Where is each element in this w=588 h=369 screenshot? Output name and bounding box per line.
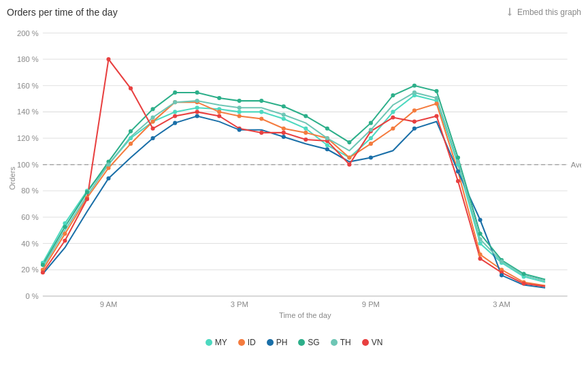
svg-point-82 (151, 107, 155, 111)
legend-dot-VN (362, 339, 369, 346)
legend-label-VN: VN (372, 338, 383, 347)
svg-point-77 (41, 263, 45, 267)
svg-point-125 (173, 121, 177, 125)
svg-text:120 %: 120 % (17, 134, 39, 142)
svg-text:80 %: 80 % (21, 187, 39, 195)
line-VN (43, 59, 545, 287)
svg-point-106 (173, 114, 177, 118)
svg-point-134 (500, 273, 504, 277)
svg-point-42 (282, 116, 286, 121)
svg-point-40 (238, 110, 242, 114)
svg-point-133 (478, 218, 482, 222)
svg-point-47 (391, 110, 395, 114)
svg-point-126 (195, 114, 199, 118)
legend-dot-ID (238, 339, 245, 346)
svg-text:100 %: 100 % (17, 161, 39, 169)
legend-item-PH: PH (267, 338, 288, 347)
svg-point-37 (173, 110, 177, 114)
svg-point-142 (369, 128, 373, 132)
svg-point-147 (500, 259, 504, 263)
svg-point-99 (522, 272, 526, 276)
svg-text:Orders: Orders (8, 167, 16, 191)
svg-point-43 (304, 127, 308, 131)
svg-text:200 %: 200 % (17, 29, 39, 37)
embed-button[interactable]: 🠗 Embed this graph (505, 7, 581, 18)
svg-text:20 %: 20 % (21, 266, 39, 274)
svg-point-96 (456, 155, 460, 159)
svg-point-143 (412, 91, 416, 95)
svg-point-74 (478, 253, 482, 257)
svg-point-118 (434, 114, 438, 118)
svg-point-92 (369, 121, 373, 125)
legend-item-VN: VN (362, 338, 383, 347)
svg-point-128 (282, 135, 286, 139)
legend-label-SG: SG (308, 338, 319, 347)
svg-point-85 (217, 96, 221, 100)
page-container: Orders per time of the day 🠗 Embed this … (0, 0, 588, 369)
svg-point-63 (238, 114, 242, 118)
svg-point-105 (151, 127, 155, 131)
svg-point-119 (456, 179, 460, 183)
svg-point-79 (85, 190, 89, 194)
legend-item-MY: MY (206, 338, 227, 347)
svg-text:9 PM: 9 PM (362, 300, 380, 308)
svg-point-131 (412, 127, 416, 131)
svg-point-124 (151, 136, 155, 140)
legend-label-ID: ID (248, 338, 256, 347)
svg-point-35 (129, 136, 133, 140)
svg-text:40 %: 40 % (21, 240, 39, 248)
svg-point-120 (478, 257, 482, 261)
svg-point-139 (238, 106, 242, 110)
svg-point-88 (282, 104, 286, 108)
svg-point-69 (369, 142, 373, 146)
legend-dot-SG (298, 339, 305, 346)
svg-point-84 (195, 91, 199, 95)
svg-point-114 (347, 163, 351, 167)
svg-point-72 (434, 101, 438, 106)
svg-point-44 (325, 143, 329, 147)
legend-item-TH: TH (331, 338, 351, 347)
svg-point-104 (129, 86, 133, 91)
svg-point-144 (434, 96, 438, 100)
svg-point-101 (63, 238, 67, 242)
svg-point-111 (282, 131, 286, 135)
svg-point-93 (391, 93, 395, 97)
embed-icon: 🠗 (505, 7, 514, 18)
svg-point-100 (41, 270, 45, 274)
svg-point-130 (369, 155, 373, 159)
legend-dot-MY (206, 339, 212, 346)
svg-text:9 AM: 9 AM (100, 300, 117, 308)
svg-point-83 (173, 91, 177, 95)
svg-point-46 (369, 136, 373, 140)
svg-point-70 (391, 127, 395, 131)
svg-point-91 (347, 140, 351, 144)
svg-point-41 (259, 110, 263, 114)
svg-point-78 (63, 225, 67, 229)
svg-point-81 (129, 129, 133, 133)
svg-point-122 (522, 282, 526, 286)
svg-point-86 (238, 99, 242, 103)
svg-text:3 AM: 3 AM (493, 300, 510, 308)
svg-point-90 (325, 127, 329, 131)
svg-point-94 (412, 84, 416, 88)
legend-label-PH: PH (276, 338, 288, 347)
svg-point-123 (106, 176, 110, 180)
chart-legend: MY ID PH SG TH VN (7, 338, 581, 347)
svg-point-127 (238, 128, 242, 132)
svg-point-136 (151, 115, 155, 119)
svg-point-59 (151, 120, 155, 124)
svg-point-146 (478, 237, 482, 241)
svg-point-87 (259, 99, 263, 103)
svg-point-95 (434, 89, 438, 93)
legend-dot-PH (267, 339, 274, 346)
svg-text:3 PM: 3 PM (231, 300, 248, 308)
svg-point-68 (347, 155, 351, 159)
svg-text:160 %: 160 % (17, 82, 39, 90)
svg-point-89 (304, 114, 308, 118)
svg-point-129 (325, 147, 329, 151)
chart-svg: .grid-line { stroke: #e0e0e0; stroke-wid… (7, 22, 581, 335)
line-TH (43, 93, 545, 281)
svg-point-103 (106, 57, 110, 61)
legend-label-TH: TH (340, 338, 351, 347)
chart-area: .grid-line { stroke: #e0e0e0; stroke-wid… (7, 22, 581, 335)
